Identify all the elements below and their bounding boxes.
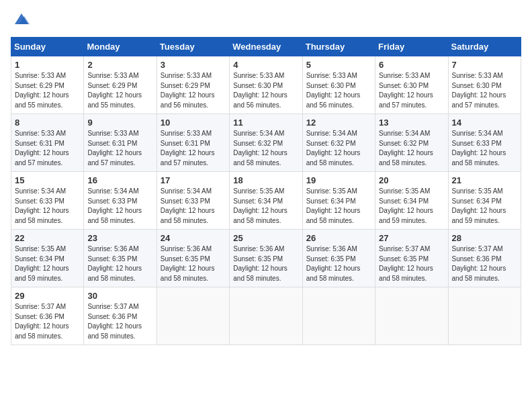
- day-info: Sunrise: 5:36 AMSunset: 6:35 PMDaylight:…: [87, 244, 152, 283]
- day-info: Sunrise: 5:37 AMSunset: 6:36 PMDaylight:…: [87, 302, 152, 341]
- calendar-day-cell: 1Sunrise: 5:33 AMSunset: 6:29 PMDaylight…: [11, 56, 84, 114]
- calendar-day-cell: 18Sunrise: 5:35 AMSunset: 6:34 PMDayligh…: [230, 172, 302, 230]
- calendar-day-cell: [375, 287, 448, 345]
- day-info: Sunrise: 5:37 AMSunset: 6:35 PMDaylight:…: [379, 244, 444, 283]
- day-number: 3: [161, 60, 226, 70]
- calendar-day-cell: 3Sunrise: 5:33 AMSunset: 6:29 PMDaylight…: [157, 56, 229, 114]
- day-info: Sunrise: 5:35 AMSunset: 6:34 PMDaylight:…: [306, 187, 371, 226]
- day-number: 28: [452, 233, 517, 243]
- day-info: Sunrise: 5:33 AMSunset: 6:30 PMDaylight:…: [306, 71, 371, 110]
- calendar-day-cell: 9Sunrise: 5:33 AMSunset: 6:31 PMDaylight…: [84, 114, 157, 172]
- day-info: Sunrise: 5:34 AMSunset: 6:32 PMDaylight:…: [379, 129, 444, 168]
- calendar-day-cell: [157, 287, 229, 345]
- day-info: Sunrise: 5:36 AMSunset: 6:35 PMDaylight:…: [306, 244, 371, 283]
- day-info: Sunrise: 5:33 AMSunset: 6:29 PMDaylight:…: [87, 71, 152, 110]
- day-info: Sunrise: 5:34 AMSunset: 6:33 PMDaylight:…: [452, 129, 517, 168]
- day-info: Sunrise: 5:36 AMSunset: 6:35 PMDaylight:…: [233, 244, 298, 283]
- day-number: 22: [15, 233, 80, 243]
- day-info: Sunrise: 5:35 AMSunset: 6:34 PMDaylight:…: [15, 244, 80, 283]
- day-number: 14: [452, 118, 517, 128]
- calendar-day-cell: 19Sunrise: 5:35 AMSunset: 6:34 PMDayligh…: [302, 172, 375, 230]
- day-info: Sunrise: 5:34 AMSunset: 6:33 PMDaylight:…: [161, 187, 226, 226]
- day-info: Sunrise: 5:34 AMSunset: 6:33 PMDaylight:…: [87, 187, 152, 226]
- day-number: 18: [233, 175, 298, 185]
- day-info: Sunrise: 5:33 AMSunset: 6:29 PMDaylight:…: [161, 71, 226, 110]
- logo-icon: [12, 11, 31, 27]
- day-info: Sunrise: 5:37 AMSunset: 6:36 PMDaylight:…: [452, 244, 517, 283]
- day-number: 21: [452, 175, 517, 185]
- day-number: 10: [161, 118, 226, 128]
- day-info: Sunrise: 5:33 AMSunset: 6:29 PMDaylight:…: [15, 71, 80, 110]
- day-number: 13: [379, 118, 444, 128]
- day-info: Sunrise: 5:37 AMSunset: 6:36 PMDaylight:…: [15, 302, 80, 341]
- calendar-day-cell: 2Sunrise: 5:33 AMSunset: 6:29 PMDaylight…: [84, 56, 157, 114]
- day-number: 29: [15, 291, 80, 301]
- calendar-week-row: 8Sunrise: 5:33 AMSunset: 6:31 PMDaylight…: [11, 114, 521, 172]
- day-number: 9: [87, 118, 152, 128]
- calendar-day-cell: 30Sunrise: 5:37 AMSunset: 6:36 PMDayligh…: [84, 287, 157, 345]
- day-number: 7: [452, 60, 517, 70]
- calendar-week-row: 1Sunrise: 5:33 AMSunset: 6:29 PMDaylight…: [11, 56, 521, 114]
- calendar-day-cell: 16Sunrise: 5:34 AMSunset: 6:33 PMDayligh…: [84, 172, 157, 230]
- day-number: 25: [233, 233, 298, 243]
- calendar-day-cell: 26Sunrise: 5:36 AMSunset: 6:35 PMDayligh…: [302, 230, 375, 287]
- logo: [11, 11, 34, 30]
- calendar-day-cell: 21Sunrise: 5:35 AMSunset: 6:34 PMDayligh…: [448, 172, 521, 230]
- calendar-body: 1Sunrise: 5:33 AMSunset: 6:29 PMDaylight…: [11, 56, 521, 345]
- day-of-week-header: Wednesday: [230, 38, 302, 56]
- day-number: 1: [15, 60, 80, 70]
- calendar-table: SundayMondayTuesdayWednesdayThursdayFrid…: [11, 37, 521, 345]
- day-number: 23: [87, 233, 152, 243]
- calendar-day-cell: 28Sunrise: 5:37 AMSunset: 6:36 PMDayligh…: [448, 230, 521, 287]
- day-of-week-header: Monday: [84, 38, 157, 56]
- day-info: Sunrise: 5:33 AMSunset: 6:30 PMDaylight:…: [233, 71, 298, 110]
- day-info: Sunrise: 5:34 AMSunset: 6:32 PMDaylight:…: [306, 129, 371, 168]
- day-number: 17: [161, 175, 226, 185]
- day-of-week-header: Saturday: [448, 38, 521, 56]
- day-info: Sunrise: 5:35 AMSunset: 6:34 PMDaylight:…: [452, 187, 517, 226]
- calendar-day-cell: 5Sunrise: 5:33 AMSunset: 6:30 PMDaylight…: [302, 56, 375, 114]
- calendar-day-cell: 23Sunrise: 5:36 AMSunset: 6:35 PMDayligh…: [84, 230, 157, 287]
- day-number: 6: [379, 60, 444, 70]
- calendar-day-cell: 6Sunrise: 5:33 AMSunset: 6:30 PMDaylight…: [375, 56, 448, 114]
- day-number: 12: [306, 118, 371, 128]
- day-number: 11: [233, 118, 298, 128]
- day-number: 5: [306, 60, 371, 70]
- day-info: Sunrise: 5:35 AMSunset: 6:34 PMDaylight:…: [379, 187, 444, 226]
- page-header: [11, 11, 521, 30]
- day-number: 16: [87, 175, 152, 185]
- calendar-week-row: 15Sunrise: 5:34 AMSunset: 6:33 PMDayligh…: [11, 172, 521, 230]
- calendar-day-cell: 17Sunrise: 5:34 AMSunset: 6:33 PMDayligh…: [157, 172, 229, 230]
- calendar-day-cell: 15Sunrise: 5:34 AMSunset: 6:33 PMDayligh…: [11, 172, 84, 230]
- day-info: Sunrise: 5:35 AMSunset: 6:34 PMDaylight:…: [233, 187, 298, 226]
- calendar-day-cell: 7Sunrise: 5:33 AMSunset: 6:30 PMDaylight…: [448, 56, 521, 114]
- calendar-day-cell: 4Sunrise: 5:33 AMSunset: 6:30 PMDaylight…: [230, 56, 302, 114]
- calendar-day-cell: 25Sunrise: 5:36 AMSunset: 6:35 PMDayligh…: [230, 230, 302, 287]
- calendar-day-cell: 27Sunrise: 5:37 AMSunset: 6:35 PMDayligh…: [375, 230, 448, 287]
- day-of-week-header: Friday: [375, 38, 448, 56]
- day-number: 20: [379, 175, 444, 185]
- day-info: Sunrise: 5:34 AMSunset: 6:32 PMDaylight:…: [233, 129, 298, 168]
- calendar-day-cell: 8Sunrise: 5:33 AMSunset: 6:31 PMDaylight…: [11, 114, 84, 172]
- day-number: 8: [15, 118, 80, 128]
- day-info: Sunrise: 5:36 AMSunset: 6:35 PMDaylight:…: [161, 244, 226, 283]
- calendar-day-cell: 29Sunrise: 5:37 AMSunset: 6:36 PMDayligh…: [11, 287, 84, 345]
- calendar-day-cell: 22Sunrise: 5:35 AMSunset: 6:34 PMDayligh…: [11, 230, 84, 287]
- day-info: Sunrise: 5:33 AMSunset: 6:31 PMDaylight:…: [87, 129, 152, 168]
- calendar-week-row: 22Sunrise: 5:35 AMSunset: 6:34 PMDayligh…: [11, 230, 521, 287]
- calendar-day-cell: 11Sunrise: 5:34 AMSunset: 6:32 PMDayligh…: [230, 114, 302, 172]
- calendar-day-cell: 12Sunrise: 5:34 AMSunset: 6:32 PMDayligh…: [302, 114, 375, 172]
- day-of-week-header: Thursday: [302, 38, 375, 56]
- days-of-week-row: SundayMondayTuesdayWednesdayThursdayFrid…: [11, 38, 521, 56]
- day-info: Sunrise: 5:34 AMSunset: 6:33 PMDaylight:…: [15, 187, 80, 226]
- calendar-day-cell: [230, 287, 302, 345]
- day-info: Sunrise: 5:33 AMSunset: 6:31 PMDaylight:…: [161, 129, 226, 168]
- calendar-day-cell: 20Sunrise: 5:35 AMSunset: 6:34 PMDayligh…: [375, 172, 448, 230]
- day-number: 4: [233, 60, 298, 70]
- day-of-week-header: Sunday: [11, 38, 84, 56]
- day-number: 26: [306, 233, 371, 243]
- day-number: 2: [87, 60, 152, 70]
- day-info: Sunrise: 5:33 AMSunset: 6:30 PMDaylight:…: [379, 71, 444, 110]
- day-of-week-header: Tuesday: [157, 38, 229, 56]
- day-number: 15: [15, 175, 80, 185]
